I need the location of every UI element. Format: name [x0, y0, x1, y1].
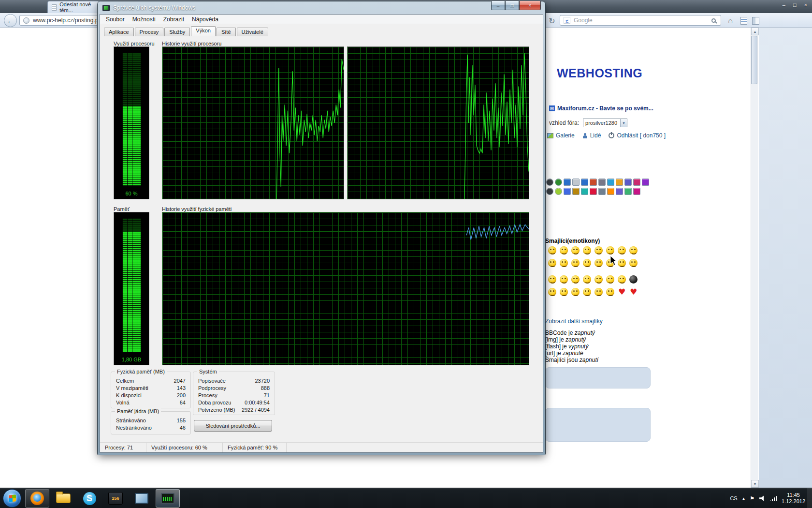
smiley-icon[interactable] [548, 246, 556, 254]
search-icon[interactable] [711, 18, 716, 23]
scroll-up-icon[interactable]: ▲ [751, 28, 759, 35]
editor-icon[interactable] [616, 188, 623, 195]
taskbar-firefox-button[interactable] [25, 489, 49, 508]
editor-icon[interactable] [633, 179, 640, 186]
editor-icon[interactable] [598, 188, 606, 195]
start-button[interactable] [3, 489, 21, 508]
smiley-icon[interactable] [583, 259, 591, 267]
bookmarks-button[interactable] [739, 15, 749, 26]
style-select[interactable]: prosilver1280 ▾ [583, 119, 627, 127]
editor-icon[interactable] [581, 188, 588, 195]
lide-link[interactable]: Lidé [582, 132, 601, 139]
search-input[interactable]: g Google [560, 15, 721, 26]
editor-icon[interactable] [624, 188, 632, 195]
smiley-icon[interactable] [583, 246, 591, 254]
editor-icon[interactable] [642, 179, 649, 186]
clock[interactable]: 11:45 1.12.2012 [782, 492, 805, 505]
smiley-icon[interactable] [571, 288, 580, 296]
editor-icon[interactable] [564, 188, 571, 195]
editor-icon[interactable] [546, 188, 553, 195]
smiley-icon[interactable] [560, 259, 568, 267]
taskbar-image-viewer-button[interactable]: 256 [103, 489, 128, 508]
editor-icon[interactable] [555, 188, 562, 195]
volume-icon[interactable] [759, 495, 765, 501]
smiley-icon[interactable] [571, 259, 580, 267]
minimize-icon[interactable]: – [783, 2, 785, 8]
smiley-icon[interactable] [594, 259, 603, 267]
editor-icon[interactable] [616, 179, 623, 186]
show-desktop-button[interactable] [808, 488, 812, 508]
tab-procesy[interactable]: Procesy [135, 28, 164, 36]
tab-sluzby[interactable]: Služby [164, 28, 190, 36]
smiley-icon[interactable] [560, 288, 568, 296]
smiley-icon[interactable] [618, 275, 626, 284]
menu-soubor[interactable]: Soubor [102, 15, 129, 24]
maximize-button[interactable]: □ [505, 1, 519, 10]
smiley-icon[interactable] [560, 246, 568, 254]
taskbar-app-button[interactable] [130, 489, 154, 508]
smiley-icon[interactable] [560, 275, 568, 284]
hidden-icons-chevron-icon[interactable]: ▴ [742, 495, 745, 502]
language-indicator[interactable]: CS [730, 495, 737, 501]
scrollbar-thumb[interactable] [751, 36, 757, 84]
editor-icon[interactable] [624, 179, 632, 186]
close-icon[interactable]: × [804, 2, 807, 8]
smiley-icon[interactable] [594, 288, 603, 296]
editor-icon[interactable] [607, 179, 614, 186]
scroll-down-icon[interactable]: ▼ [751, 480, 759, 488]
editor-icon[interactable] [572, 179, 580, 186]
smiley-icon[interactable] [548, 259, 556, 267]
menu-moznosti[interactable]: Možnosti [129, 15, 160, 24]
close-button[interactable]: × [519, 1, 541, 10]
panel-toggle-button[interactable] [750, 15, 761, 26]
editor-icon[interactable] [564, 179, 571, 186]
task-manager-titlebar[interactable]: Správce úloh systému Windows [98, 1, 545, 14]
action-center-flag-icon[interactable]: ⚑ [750, 495, 754, 502]
editor-icon[interactable] [598, 179, 606, 186]
editor-icon[interactable] [555, 179, 562, 186]
smiley-icon[interactable] [571, 275, 580, 284]
resource-monitor-button[interactable]: Sledování prostředků... [194, 420, 272, 432]
smiley-icon[interactable] [629, 259, 638, 267]
taskbar-task-manager-button[interactable] [156, 489, 180, 508]
smiley-icon[interactable] [548, 288, 556, 296]
editor-icon[interactable] [546, 179, 553, 186]
home-button[interactable]: ⌂ [725, 15, 736, 26]
taskbar-skype-button[interactable]: S [77, 489, 102, 508]
tab-vykon[interactable]: Výkon [191, 26, 216, 36]
smiley-icon[interactable] [606, 288, 614, 296]
menu-napoveda[interactable]: Nápověda [188, 15, 222, 24]
network-icon[interactable] [770, 496, 777, 501]
more-smilies-link[interactable]: Zobrazit další smajlíky [545, 318, 603, 325]
editor-icon[interactable] [581, 179, 588, 186]
minimize-button[interactable]: – [491, 1, 505, 10]
smiley-icon[interactable] [606, 246, 614, 254]
smiley-icon[interactable] [629, 246, 638, 254]
editor-icon[interactable] [633, 188, 640, 195]
logout-link[interactable]: Odhlásit [ don750 ] [609, 132, 666, 139]
galerie-link[interactable]: Galerie [547, 132, 575, 139]
smiley-icon[interactable]: ♥ [629, 288, 638, 296]
smiley-icon[interactable] [571, 246, 580, 254]
smiley-icon[interactable] [594, 246, 603, 254]
tab-site[interactable]: Sítě [217, 28, 236, 36]
editor-icon[interactable] [590, 188, 597, 195]
smiley-icon[interactable] [583, 288, 591, 296]
smiley-icon[interactable] [606, 275, 614, 284]
editor-icon[interactable] [590, 179, 597, 186]
back-button[interactable]: ← [4, 14, 17, 27]
smiley-icon[interactable]: ♥ [618, 288, 626, 296]
smiley-icon[interactable] [629, 275, 638, 284]
tab-uzivatele[interactable]: Uživatelé [237, 28, 268, 36]
smiley-icon[interactable] [618, 246, 626, 254]
menu-zobrazit[interactable]: Zobrazit [160, 15, 188, 24]
editor-icon[interactable] [607, 188, 614, 195]
smiley-icon[interactable] [583, 275, 591, 284]
smiley-icon[interactable] [548, 275, 556, 284]
editor-icon[interactable] [572, 188, 580, 195]
taskbar-explorer-button[interactable] [51, 489, 75, 508]
maxiforum-link[interactable]: Maxiforum.cz - Bavte se po svém... [557, 105, 653, 112]
reload-button[interactable]: ↻ [547, 15, 557, 26]
tab-aplikace[interactable]: Aplikace [104, 28, 134, 36]
page-scrollbar[interactable]: ▲ ▼ [751, 28, 758, 488]
